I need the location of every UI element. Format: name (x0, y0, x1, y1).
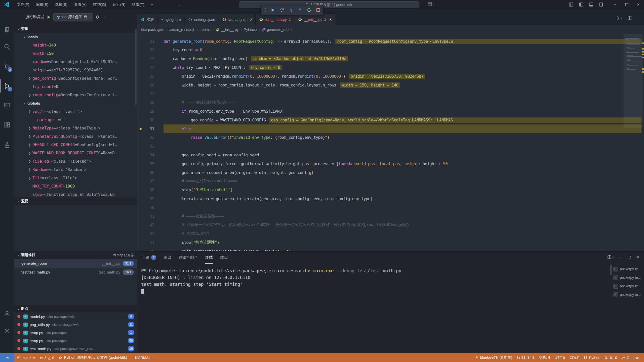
breadcrumb-item[interactable]: terrain_research (169, 28, 195, 32)
statusbar-item-3[interactable]: UTF-8 (552, 353, 567, 362)
code-line-29[interactable]: 29 if room_config.env_type == EnvType.WA… (137, 107, 644, 116)
gear-icon[interactable]: ⚙ (96, 15, 99, 20)
editor-more-actions-icon[interactable]: ··· (636, 16, 640, 20)
tab-__init__.py[interactable]: __init__.py2✕ (294, 14, 336, 25)
variable-row[interactable]: MAX_TRY_COUNT = 1000 (14, 182, 137, 190)
run-file-button[interactable]: ⌄ (616, 16, 623, 20)
panel-tab-输出[interactable]: 输出 (164, 252, 171, 264)
terminal-instance-item[interactable]: >_pocketpy te… (612, 265, 644, 273)
code-editor[interactable]: 2021def generate_room(room_config: RoomR… (137, 34, 644, 251)
code-line-31[interactable]: ▶31 else: (137, 124, 644, 133)
variable-row[interactable]: try_count = 0 (14, 82, 137, 91)
debug-continue-icon[interactable] (270, 8, 275, 13)
activitybar-item-extensions[interactable] (0, 119, 14, 132)
code-line-27[interactable]: 27 (137, 89, 644, 98)
statusbar-item-0[interactable]: blueloveTH (3 周前) (473, 353, 514, 362)
tab-launch.json[interactable]: {}launch.jsonU (219, 14, 256, 25)
menu-3[interactable]: 查看(V) (71, 0, 90, 9)
code-line-30[interactable]: 30 geo_config = WASTELAND_GEO_CONFIGgeo_… (137, 116, 644, 124)
menu-4[interactable]: 转到(G) (90, 0, 109, 9)
code-line-35[interactable]: 35 geo_config.primary_forces.geothermal_… (137, 159, 644, 168)
problems-item[interactable]: ⊗ 3 △ 0 (38, 353, 57, 362)
terminal-scrollbar[interactable] (610, 264, 612, 353)
variable-row[interactable]: ❯Tile = <class 'Tile'> (14, 174, 137, 182)
breadcrumb-item[interactable]: generate_room (262, 28, 292, 32)
remote-indicator[interactable]: >< (0, 353, 14, 362)
variable-row[interactable]: ❯PlanetaryWindConfig = <class 'Planeta… (14, 132, 137, 141)
statusbar-item-5[interactable]: {}Python (581, 353, 603, 362)
nav-forward-icon[interactable]: → (176, 2, 181, 7)
toggle-secondary-sidebar-icon[interactable] (599, 3, 609, 7)
breadcrumb-item[interactable]: rooms (200, 28, 211, 32)
statusbar-item-2[interactable]: 空格: 4 (537, 353, 552, 362)
code-line-44[interactable]: 44 step("检查连通性") (137, 238, 644, 247)
split-editor-icon[interactable] (628, 16, 631, 20)
breakpoint-checkbox[interactable]: ✓ (23, 347, 28, 351)
activitybar-item-settings-gear[interactable] (0, 325, 14, 338)
code-line-34[interactable]: 34 geo_config.seed = room_config.seed (137, 151, 644, 159)
minimap[interactable] (625, 34, 642, 165)
menu-more-button[interactable]: ··· (148, 2, 158, 7)
terminal-instance-item[interactable]: >_pocketpy te… (612, 282, 644, 290)
window-maximize-button[interactable] (621, 0, 632, 9)
debug-restart-icon[interactable] (307, 8, 312, 13)
activitybar-item-run-debug[interactable]: 1 (0, 79, 14, 93)
menu-0[interactable]: 文件(F) (14, 0, 32, 9)
code-line-22[interactable]: 22 try_count = 0 (137, 46, 644, 55)
tab-.gdignore[interactable]: ≡.gdignore (158, 14, 185, 25)
more-actions-icon[interactable]: ··· (102, 15, 106, 20)
panel-tab-终端[interactable]: 终端 (205, 252, 213, 264)
debug-stop-icon[interactable] (316, 8, 321, 13)
debug-step-out-icon[interactable] (298, 8, 303, 13)
code-line-39[interactable]: 39 terrain_area = geo_area_to_terrain(ge… (137, 194, 644, 203)
customize-layout-icon[interactable] (569, 3, 579, 7)
code-line-28[interactable]: 28 # ====生成初始地理信息==== (137, 98, 644, 107)
panel-tab-调试控制台[interactable]: 调试控制台 (179, 252, 198, 264)
variable-row[interactable]: stop = <function stop at 0x1bf9cd216d (14, 190, 137, 197)
menu-6[interactable]: 终端(T) (129, 0, 148, 9)
callstack-section-header[interactable]: ∨ 调用堆栈 因 step 已暂停 (14, 251, 137, 259)
tab-test_math.py[interactable]: test_math.py1 (256, 14, 294, 25)
breakpoint-checkbox[interactable]: ✓ (23, 331, 28, 335)
variable-row[interactable]: origin = vec2i(7205730, 9024468) (14, 66, 137, 74)
activitybar-item-search[interactable] (0, 40, 14, 53)
variable-row[interactable]: ❯TileTag = <class 'TileTag'> (14, 157, 137, 165)
code-line-24[interactable]: 24 while try_count < MAX_TRY_COUNT:try_c… (137, 63, 644, 72)
code-line-23[interactable]: 23 random = Random(room_config.seed)rand… (137, 54, 644, 63)
code-line-42[interactable]: 42 # 计算每一个出口的中心，然后使用astar生成路径，确保每一个出口组合都… (137, 221, 644, 230)
code-line-43[interactable]: 43 # 生成出口组合 (137, 229, 644, 238)
scope-row-globals[interactable]: ∨globals (14, 99, 137, 107)
breakpoint-row[interactable]: ✓temp.pysite-packages1 (14, 329, 137, 337)
terminal-output[interactable]: PS C:\computer_science\godot-ldtk\site-p… (137, 264, 610, 353)
statusbar-item-6[interactable]: 3.10.10 (603, 353, 619, 362)
panel-more-actions-icon[interactable]: ··· (619, 255, 623, 259)
variable-row[interactable]: ❯Random = <class 'Random'> (14, 165, 137, 174)
git-branch-item[interactable]: main* ⟳ (14, 353, 38, 362)
tab-settings.json[interactable]: {}settings.json (185, 14, 219, 25)
statusbar-item-1[interactable]: 行 31, 列 1 (514, 353, 536, 362)
code-line-37[interactable]: 37 # ====生成TerrainCell==== (137, 177, 644, 186)
stack-frame-row[interactable]: test/test_math.pytest_math.py16:1 (14, 268, 137, 277)
variable-row[interactable]: ❯WASTELAND_ROOM_REQUEST_CONFIG = RoomR… (14, 149, 137, 157)
window-close-button[interactable]: ✕ (632, 0, 644, 9)
panel-grid-icon[interactable]: ⌄ (428, 2, 434, 6)
toggle-sidebar-icon[interactable] (579, 3, 589, 7)
debug-session-item[interactable]: Python 调试程序: 启动文件 (godot-ldtk) (56, 353, 129, 362)
code-line-36[interactable]: 36 geo_area = request_area(origin, width… (137, 168, 644, 177)
statusbar-item-4[interactable]: CRLF (567, 353, 581, 362)
variable-row[interactable]: ❯NoiseType = <class 'NoiseType'> (14, 124, 137, 132)
breakpoint-checkbox[interactable]: ✓ (23, 323, 28, 327)
code-line-33[interactable]: 33 (137, 142, 644, 151)
code-line-21[interactable]: 21def generate_room(room_config: RoomReq… (137, 37, 644, 46)
activitybar-item-source-control[interactable]: 3 (0, 60, 14, 73)
code-line-32[interactable]: 32 raise ValueError(f"Invalid env type: … (137, 133, 644, 142)
debug-step-into-icon[interactable] (289, 8, 294, 13)
panel-tab-端口[interactable]: 端口 (220, 252, 228, 264)
toggle-panel-icon[interactable] (589, 3, 599, 7)
toolbar-gripper[interactable] (263, 8, 266, 12)
code-line-38[interactable]: 38 step("生成TerrainCell") (137, 186, 644, 194)
variable-row[interactable]: ❯room_config = RoomRequestConfig(env_t… (14, 91, 137, 99)
activitybar-item-account[interactable] (0, 307, 14, 320)
debug-start-icon[interactable] (47, 15, 51, 19)
maximize-panel-icon[interactable] (628, 255, 632, 259)
